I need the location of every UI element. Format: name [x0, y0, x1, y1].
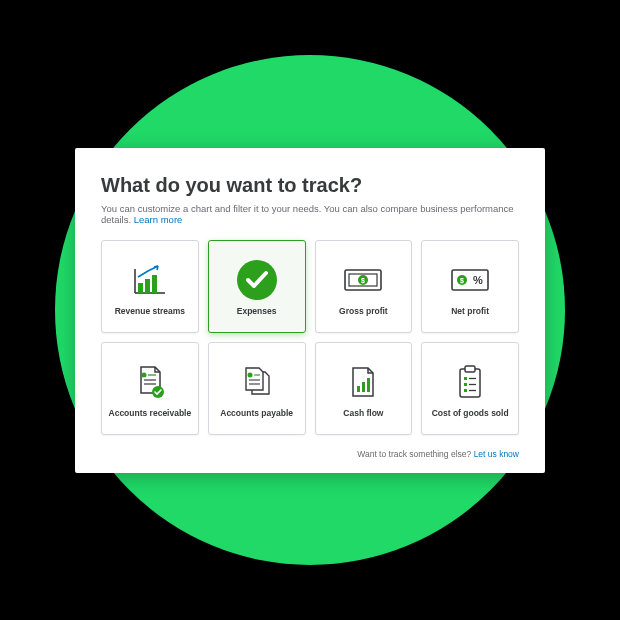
- card-accounts-receivable[interactable]: Accounts receivable: [101, 342, 199, 435]
- card-label: Revenue streams: [115, 306, 185, 316]
- svg-rect-26: [460, 369, 480, 397]
- checkmark-circle-icon: [235, 256, 279, 304]
- svg-rect-3: [145, 279, 150, 293]
- card-label: Gross profit: [339, 306, 388, 316]
- card-expenses[interactable]: Expenses: [208, 240, 306, 333]
- svg-point-19: [247, 373, 252, 378]
- svg-rect-30: [464, 383, 467, 386]
- svg-rect-2: [138, 283, 143, 293]
- cards-grid: Revenue streams Expenses: [101, 240, 519, 435]
- card-cost-of-goods-sold[interactable]: Cost of goods sold: [421, 342, 519, 435]
- card-gross-profit[interactable]: $ Gross profit: [315, 240, 413, 333]
- svg-text:$: $: [460, 277, 464, 285]
- card-cash-flow[interactable]: Cash flow: [315, 342, 413, 435]
- learn-more-link[interactable]: Learn more: [134, 214, 183, 225]
- svg-point-14: [141, 373, 146, 378]
- svg-rect-32: [464, 389, 467, 392]
- svg-rect-4: [152, 275, 157, 293]
- track-selection-panel: What do you want to track? You can custo…: [75, 148, 545, 473]
- card-label: Expenses: [237, 306, 277, 316]
- panel-subtext: You can customize a chart and filter it …: [101, 203, 519, 225]
- footer-prompt: Want to track something else?: [357, 449, 473, 459]
- svg-rect-27: [465, 366, 475, 372]
- svg-text:$: $: [361, 277, 365, 285]
- svg-rect-24: [362, 382, 365, 392]
- svg-text:%: %: [473, 274, 483, 286]
- clipboard-list-icon: [456, 358, 484, 406]
- card-accounts-payable[interactable]: Accounts payable: [208, 342, 306, 435]
- svg-rect-25: [367, 378, 370, 392]
- svg-rect-23: [357, 386, 360, 392]
- card-label: Net profit: [451, 306, 489, 316]
- document-chart-icon: [349, 358, 377, 406]
- money-bill-icon: $: [343, 256, 383, 304]
- documents-stack-icon: [240, 358, 274, 406]
- document-check-icon: [133, 358, 167, 406]
- background-circle: What do you want to track? You can custo…: [55, 55, 565, 565]
- panel-heading: What do you want to track?: [101, 174, 519, 197]
- svg-rect-28: [464, 377, 467, 380]
- card-label: Accounts payable: [220, 408, 293, 418]
- card-label: Cash flow: [343, 408, 383, 418]
- card-label: Cost of goods sold: [432, 408, 509, 418]
- footer-text: Want to track something else? Let us kno…: [101, 449, 519, 459]
- card-revenue-streams[interactable]: Revenue streams: [101, 240, 199, 333]
- card-net-profit[interactable]: $ % Net profit: [421, 240, 519, 333]
- card-label: Accounts receivable: [109, 408, 192, 418]
- let-us-know-link[interactable]: Let us know: [474, 449, 519, 459]
- bar-chart-growth-icon: [133, 256, 167, 304]
- money-bill-percent-icon: $ %: [450, 256, 490, 304]
